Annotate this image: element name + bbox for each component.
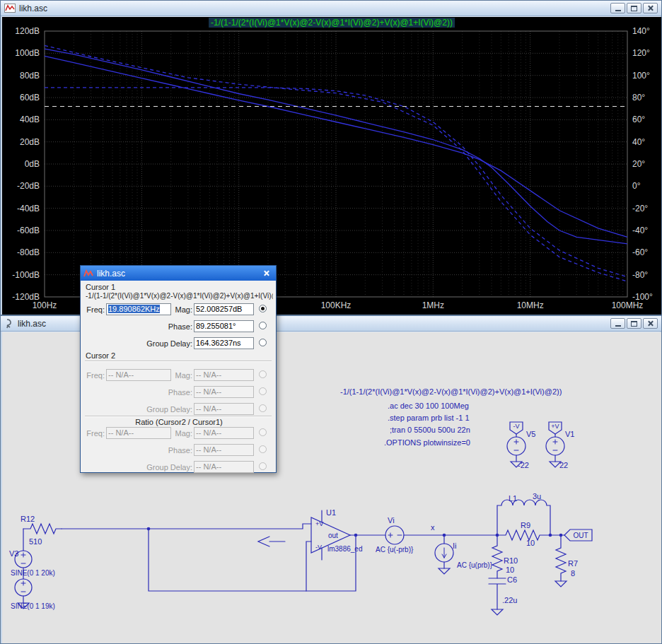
waveform-maximize-button[interactable] [627, 3, 641, 13]
cursor1-phase-radio[interactable] [259, 322, 267, 329]
ratio-mag-radio[interactable] [259, 428, 267, 436]
resistor-r10[interactable]: R10 10 [492, 535, 518, 578]
cursor2-group-delay-label: Group Delay: [139, 405, 192, 414]
svg-text:40°: 40° [632, 137, 645, 147]
cursor1-expression: -1/(1-1/(2*(I(Vi)@1*V(x)@2-V(x)@1*I(Vi)@… [86, 292, 273, 300]
source-v4[interactable]: SINE(0 1 19k) [11, 579, 55, 610]
ii-value: AC {u(prb)} [457, 561, 493, 569]
svg-text:140°: 140° [632, 26, 650, 36]
maximize-icon [631, 321, 637, 327]
svg-text:100MHz: 100MHz [612, 300, 644, 310]
resistor-r12[interactable]: R12 510 [21, 515, 62, 546]
r10-label: R10 [504, 556, 518, 565]
ltspice-logo-icon [83, 269, 93, 278]
ratio-phase-radio[interactable] [259, 445, 267, 453]
cursor-dialog-body: Cursor 1 -1/(1-1/(2*(I(Vi)@1*V(x)@2-V(x)… [81, 281, 276, 474]
probe-arrow-icon[interactable] [258, 537, 285, 546]
ratio-group-delay-field[interactable]: -- N/A-- [194, 461, 254, 473]
ii-label: Ii [453, 541, 457, 550]
cursor2-phase-label: Phase: [149, 388, 192, 397]
u1-label: U1 [326, 508, 336, 517]
ratio-group-delay-radio[interactable] [259, 462, 267, 470]
svg-text:20°: 20° [632, 159, 645, 169]
svg-text:-20dB: -20dB [17, 181, 40, 191]
cursor1-group-delay-field[interactable]: 164.36237ns [194, 337, 254, 349]
cursor-dialog-close-button[interactable] [259, 268, 273, 279]
waveform-minimize-button[interactable] [610, 3, 625, 13]
r12-value: 510 [29, 537, 42, 546]
svg-text:80°: 80° [632, 93, 645, 103]
minimize-icon [615, 10, 621, 11]
maximize-icon [631, 6, 637, 11]
v4-value: SINE(0 1 19k) [11, 602, 55, 610]
svg-text:0°: 0° [632, 181, 641, 191]
loopgain-expression: -1/(1-1/(2*(I(Vi)@1*V(x)@2-V(x)@1*I(Vi)@… [340, 387, 562, 396]
r9-label: R9 [521, 521, 530, 529]
svg-text:1MHz: 1MHz [422, 300, 444, 310]
l1-label: L1 [509, 494, 517, 503]
resistor-r9[interactable]: R9 10 [497, 521, 550, 547]
r12-label: R12 [21, 515, 35, 523]
svg-text:-40°: -40° [632, 226, 648, 235]
minimize-icon [615, 325, 621, 327]
capacitor-c6[interactable]: C6 .22u [489, 575, 517, 609]
cursor2-mag-field[interactable]: -- N/A-- [194, 369, 254, 381]
cursor1-mag-field[interactable]: 52.008257dB [194, 303, 254, 315]
waveform-window-titlebar[interactable]: likh.asc [1, 1, 661, 16]
plot-trace-expression[interactable]: -1/(1-1/(2*(I(Vi)@1*V(x)@2-V(x)@1*I(Vi)@… [209, 18, 455, 28]
cursor1-freq-label: Freq: [82, 305, 105, 314]
close-icon [263, 270, 269, 276]
ratio-group-delay-label: Group Delay: [139, 463, 192, 472]
cursor1-mag-radio[interactable] [259, 305, 267, 312]
svg-text:-80dB: -80dB [17, 247, 40, 257]
ratio-phase-label: Phase: [149, 446, 192, 455]
r7-label: R7 [568, 559, 578, 568]
svg-text:-40dB: -40dB [17, 204, 40, 213]
schematic-minimize-button[interactable] [610, 318, 625, 329]
close-icon [647, 320, 654, 327]
cursor2-mag-radio[interactable] [259, 370, 267, 378]
r9-value: 10 [526, 539, 535, 547]
waveform-file-icon [4, 4, 16, 13]
waveform-window-title: likh.asc [19, 4, 607, 13]
cursor1-section-label: Cursor 1 [86, 283, 115, 291]
svg-text:0dB: 0dB [25, 159, 40, 169]
ratio-mag-label: Mag: [149, 429, 192, 438]
svg-text:-100dB: -100dB [12, 270, 40, 280]
c6-value: .22u [502, 596, 517, 604]
ratio-section-label: Ratio (Cursor2 / Cursor1) [81, 418, 277, 426]
cursor2-phase-radio[interactable] [259, 387, 267, 395]
cursor2-group-delay-field[interactable]: -- N/A-- [194, 403, 254, 415]
cursor1-group-delay-radio[interactable] [259, 339, 267, 346]
schematic-maximize-button[interactable] [627, 318, 641, 329]
options-directive: .OPTIONS plotwinsize=0 [384, 438, 470, 447]
source-ii[interactable]: Ii AC {u(prb)} [435, 541, 493, 569]
ac-directive: .ac dec 30 100 100Meg [388, 402, 469, 410]
svg-text:100°: 100° [632, 71, 650, 81]
ratio-freq-label: Freq: [82, 429, 105, 438]
v1-net-flag: +V [551, 423, 559, 430]
v1-label: V1 [565, 430, 574, 438]
cursor-dialog-title: likh.asc [97, 269, 255, 279]
cursor-dialog-titlebar[interactable]: likh.asc [81, 266, 276, 281]
tran-comment: ;tran 0 5500u 500u 22n [390, 426, 470, 434]
v3-label: V3 [9, 549, 18, 558]
cursor1-phase-field[interactable]: 89.255081° [194, 320, 254, 332]
ratio-phase-field[interactable]: -- N/A-- [194, 444, 254, 456]
source-v3[interactable]: V3 SINE(0 1 20k) [9, 549, 55, 577]
cursor-dialog[interactable]: likh.asc Cursor 1 -1/(1-1/(2*(I(Vi)@1*V(… [80, 265, 277, 473]
cursor2-phase-field[interactable]: -- N/A-- [194, 386, 254, 398]
svg-text:100dB: 100dB [15, 48, 40, 58]
schematic-close-button[interactable] [643, 318, 658, 329]
out-flag-label: OUT [573, 532, 588, 539]
resistor-r7[interactable]: R7 8 [556, 535, 578, 581]
waveform-close-button[interactable] [643, 3, 658, 13]
cursor2-section-label: Cursor 2 [86, 351, 115, 360]
cursor1-mag-label: Mag: [149, 305, 192, 314]
ratio-mag-field[interactable]: -- N/A-- [194, 427, 254, 439]
close-icon [647, 5, 654, 11]
out-net-flag[interactable]: OUT [564, 529, 592, 541]
section-divider [85, 361, 272, 362]
cursor2-group-delay-radio[interactable] [259, 404, 267, 412]
v5-net-flag: -V [513, 423, 520, 430]
